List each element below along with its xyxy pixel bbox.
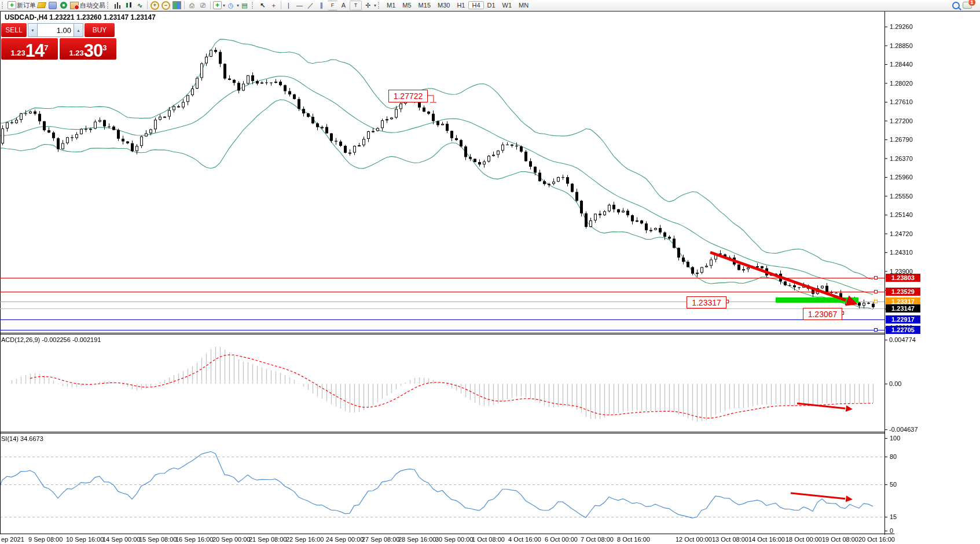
price-callout[interactable]: 1.27722 [388,90,428,102]
sell-price-button[interactable]: 1.23 14 7 [1,38,58,60]
timeframe-m5[interactable]: M5 [399,1,414,9]
timeframe-h4[interactable]: H4 [468,1,483,9]
time-axis-label: 13 Oct 08:00 [712,536,748,543]
timeframe-m15[interactable]: M15 [415,1,434,9]
time-axis-label: 8 Oct 16:00 [617,536,650,543]
cursor-icon[interactable]: ↖ [258,1,267,10]
time-axis-label: 20 Oct 16:00 [858,536,895,543]
channel-icon[interactable]: ∥ [317,1,326,10]
price-axis-tick: 1.25960 [890,174,913,181]
signal-icon[interactable] [58,1,68,10]
volume-decrease-button[interactable]: ▼ [28,23,38,37]
time-axis-label: 19 Oct 08:00 [822,536,858,543]
price-axis-tick: 1.27610 [890,98,913,105]
crayon-icon[interactable] [36,1,46,10]
zoom-in-icon[interactable]: + [150,1,160,10]
shapes-icon[interactable]: ✢ [363,1,373,10]
macd-zero-label: 0.00 [889,380,901,387]
fibonacci-icon[interactable]: F [328,1,337,10]
new-order-icon[interactable]: + [8,1,16,9]
timeframe-w1[interactable]: W1 [499,1,516,9]
time-axis-label: 14 Oct 16:00 [748,536,785,543]
price-tag: 1.22917 [886,315,920,324]
chat-icon[interactable]: 1 [962,1,972,10]
volume-increase-button[interactable]: ▲ [74,23,83,37]
price-tag: 1.23147 [886,304,920,313]
rsi-axis-label: 0 [890,527,893,534]
macd-label: ACD(12,26,9) -0.002256 -0.002191 [1,336,101,343]
timeframe-mn[interactable]: MN [515,1,532,9]
toolbar-grip[interactable] [2,2,5,9]
time-axis-label: 28 Sep 16:00 [398,536,436,543]
buy-price-sup: 3 [102,38,107,58]
time-axis-label: 18 Oct 00:00 [786,536,822,543]
mt4-window: + 新订单 自动交易 ∿ + − ⎙ ⎚ +▾ ◷▾ ▤ ↖ ＋ | — ／ ∥… [0,0,980,544]
timeframe-m1[interactable]: M1 [383,1,399,9]
mailbox-icon[interactable] [47,1,57,10]
price-axis-tick: 1.27200 [890,117,913,124]
price-axis-tick: 1.28440 [890,61,913,68]
timeframe-d1[interactable]: D1 [484,1,499,9]
chart-canvas[interactable] [0,0,980,544]
search-icon[interactable] [951,1,961,10]
crosshair-icon[interactable]: ＋ [269,1,278,10]
price-axis-tick: 1.28020 [890,80,913,87]
price-callout[interactable]: 1.23317 [687,296,726,308]
candlestick-chart-icon[interactable] [124,1,134,10]
chart-ohlc-header: USDCAD-,H4 1.23221 1.23260 1.23147 1.231… [5,13,156,21]
template-icon[interactable]: ▤ [240,1,249,10]
line-chart-icon[interactable]: ∿ [135,1,145,10]
toolbar-grip [378,2,381,9]
macd-min-label: -0.004637 [889,426,918,433]
trendline-icon[interactable]: ／ [306,1,315,10]
time-axis-label: 12 Oct 00:00 [676,536,712,543]
sell-button[interactable]: SELL [1,23,27,37]
time-axis-label: 10 Sep 16:00 [66,536,104,543]
tile-windows-icon[interactable] [172,1,182,10]
time-axis-label: ep 2021 [1,536,24,543]
time-axis-label: 15 Sep 08:00 [139,536,177,543]
sell-price-prefix: 1.23 [10,47,25,59]
volume-input[interactable] [38,23,74,37]
timeframe-h1[interactable]: H1 [453,1,468,9]
horizontal-line-icon[interactable]: — [295,1,304,10]
price-axis-tick: 1.25550 [890,193,913,200]
main-toolbar: + 新订单 自动交易 ∿ + − ⎙ ⎚ +▾ ◷▾ ▤ ↖ ＋ | — ／ ∥… [0,0,980,11]
bar-chart-icon[interactable] [113,1,123,10]
buy-price-prefix: 1.23 [69,47,83,59]
indicator-window-icon[interactable]: ⎙ [187,1,197,10]
price-axis-tick: 1.28850 [890,42,913,49]
autotrade-label[interactable]: 自动交易 [80,1,105,10]
time-axis-label: 7 Oct 08:00 [581,536,614,543]
price-tag: 1.22705 [886,326,920,334]
time-axis-label: 21 Sep 08:00 [249,536,287,543]
scale-fix-icon[interactable]: ⎚ [198,1,208,10]
buy-price-button[interactable]: 1.23 30 3 [60,38,116,60]
text-tool-icon[interactable]: A [339,1,348,10]
sell-price-sup: 7 [44,38,48,58]
time-axis-label: 30 Sep 00:00 [435,536,473,543]
notification-badge: 1 [968,0,976,6]
toolbar-grip [252,2,255,9]
zoom-out-icon[interactable]: − [161,1,171,10]
price-axis-tick: 1.26370 [890,155,913,162]
one-click-trading-panel: SELL ▼ ▲ BUY 1.23 14 7 1.23 30 3 [1,23,118,60]
vertical-line-icon[interactable]: | [284,1,293,10]
timeframe-m30[interactable]: M30 [434,1,453,9]
time-axis-label: 16 Sep 16:00 [175,536,213,543]
price-axis-tick: 1.26790 [890,136,913,143]
label-tool-icon[interactable]: T [350,1,362,10]
buy-button[interactable]: BUY [85,23,115,37]
period-clock-icon[interactable]: ◷ [226,1,236,10]
time-axis-label: 22 Sep 16:00 [286,536,324,543]
time-axis-label: 14 Sep 00:00 [102,536,140,543]
autotrade-icon[interactable] [69,1,79,10]
macd-max-label: 0.004774 [889,336,916,343]
rsi-axis-label: 80 [890,453,897,460]
price-callout[interactable]: 1.23067 [803,308,842,320]
new-order-label[interactable]: 新订单 [17,1,36,10]
price-tag: 1.23529 [886,288,920,296]
add-indicator-icon[interactable]: + [213,1,222,9]
price-axis-tick: 1.29260 [890,23,913,30]
time-axis-label: 1 Oct 08:00 [472,536,505,543]
